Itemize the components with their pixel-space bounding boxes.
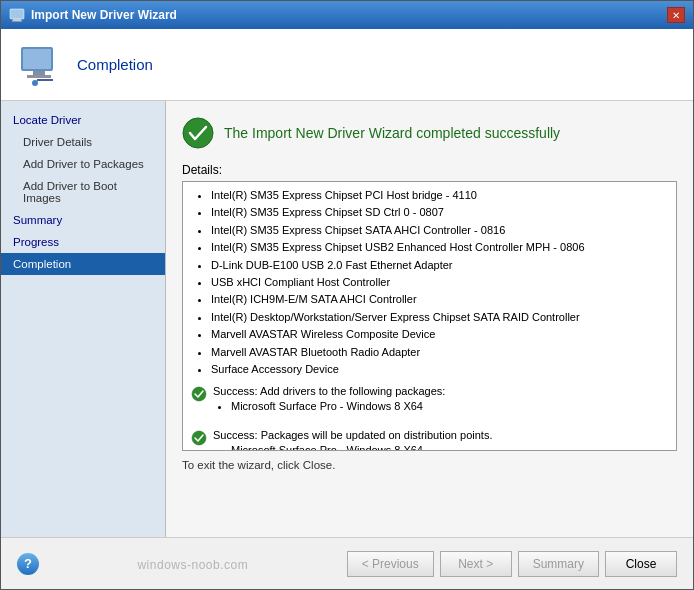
- driver-list-item: Marvell AVASTAR Wireless Composite Devic…: [211, 327, 668, 342]
- driver-list-item: Marvell AVASTAR Bluetooth Radio Adapter: [211, 345, 668, 360]
- svg-rect-5: [33, 71, 45, 75]
- success1-package: Microsoft Surface Pro - Windows 8 X64: [231, 399, 445, 414]
- success-row-2: Success: Packages will be updated on dis…: [191, 429, 668, 451]
- success-icon-1: [191, 386, 207, 402]
- wizard-icon: [9, 8, 25, 22]
- success-header: The Import New Driver Wizard completed s…: [182, 117, 677, 149]
- success2-text: Success: Packages will be updated on dis…: [213, 429, 492, 441]
- next-button[interactable]: Next >: [440, 551, 512, 577]
- svg-point-10: [192, 387, 206, 401]
- close-button[interactable]: Close: [605, 551, 677, 577]
- footer-buttons: < Previous Next > Summary Close: [347, 551, 677, 577]
- sidebar-item-driver-details[interactable]: Driver Details: [1, 131, 165, 153]
- driver-list: Intel(R) SM35 Express Chipset PCI Host b…: [191, 188, 668, 377]
- content-area: Locate Driver Driver Details Add Driver …: [1, 101, 693, 537]
- sidebar: Locate Driver Driver Details Add Driver …: [1, 101, 166, 537]
- sidebar-item-progress[interactable]: Progress: [1, 231, 165, 253]
- driver-list-item: Surface Accessory Device: [211, 362, 668, 377]
- driver-list-item: Intel(R) Desktop/Workstation/Server Expr…: [211, 310, 668, 325]
- success-row-1: Success: Add drivers to the following pa…: [191, 385, 668, 422]
- driver-list-item: D-Link DUB-E100 USB 2.0 Fast Ethernet Ad…: [211, 258, 668, 273]
- exit-text: To exit the wizard, click Close.: [182, 459, 677, 471]
- svg-rect-6: [27, 75, 51, 78]
- success-message: The Import New Driver Wizard completed s…: [224, 125, 560, 141]
- window-title: Import New Driver Wizard: [31, 8, 177, 22]
- svg-rect-4: [23, 49, 51, 69]
- driver-list-item: Intel(R) ICH9M-E/M SATA AHCI Controller: [211, 292, 668, 307]
- main-content: The Import New Driver Wizard completed s…: [166, 101, 693, 537]
- driver-list-item: Intel(R) SM35 Express Chipset USB2 Enhan…: [211, 240, 668, 255]
- success-block-1: Success: Add drivers to the following pa…: [213, 385, 445, 422]
- success-icon-2: [191, 430, 207, 446]
- success2-package: Microsoft Surface Pro - Windows 8 X64: [231, 443, 492, 451]
- success1-text: Success: Add drivers to the following pa…: [213, 385, 445, 397]
- details-box[interactable]: Intel(R) SM35 Express Chipset PCI Host b…: [182, 181, 677, 451]
- sidebar-item-summary[interactable]: Summary: [1, 209, 165, 231]
- help-button[interactable]: ?: [17, 553, 39, 575]
- driver-list-item: Intel(R) SM35 Express Chipset SD Ctrl 0 …: [211, 205, 668, 220]
- svg-rect-8: [37, 79, 53, 81]
- summary-button[interactable]: Summary: [518, 551, 599, 577]
- header-title: Completion: [77, 56, 153, 73]
- driver-list-item: Intel(R) SM35 Express Chipset SATA AHCI …: [211, 223, 668, 238]
- title-bar: Import New Driver Wizard ✕: [1, 1, 693, 29]
- close-window-button[interactable]: ✕: [667, 7, 685, 23]
- svg-rect-0: [10, 9, 24, 19]
- wizard-window: Import New Driver Wizard ✕ Completion Lo…: [0, 0, 694, 590]
- sidebar-item-completion[interactable]: Completion: [1, 253, 165, 275]
- success-block-2: Success: Packages will be updated on dis…: [213, 429, 492, 451]
- previous-button[interactable]: < Previous: [347, 551, 434, 577]
- svg-point-9: [183, 118, 213, 148]
- footer: ? windows-noob.com < Previous Next > Sum…: [1, 537, 693, 589]
- footer-left: ?: [17, 553, 39, 575]
- details-label: Details:: [182, 163, 677, 177]
- title-bar-left: Import New Driver Wizard: [9, 8, 177, 22]
- sidebar-item-locate-driver[interactable]: Locate Driver: [1, 109, 165, 131]
- header-icon: [15, 41, 63, 89]
- sidebar-item-add-to-boot[interactable]: Add Driver to Boot Images: [1, 175, 165, 209]
- driver-list-item: USB xHCI Compliant Host Controller: [211, 275, 668, 290]
- success-check-icon: [182, 117, 214, 149]
- svg-point-11: [192, 431, 206, 445]
- driver-list-item: Intel(R) SM35 Express Chipset PCI Host b…: [211, 188, 668, 203]
- sidebar-item-add-to-packages[interactable]: Add Driver to Packages: [1, 153, 165, 175]
- header-area: Completion: [1, 29, 693, 101]
- svg-rect-2: [12, 21, 22, 22]
- watermark: windows-noob.com: [137, 556, 248, 572]
